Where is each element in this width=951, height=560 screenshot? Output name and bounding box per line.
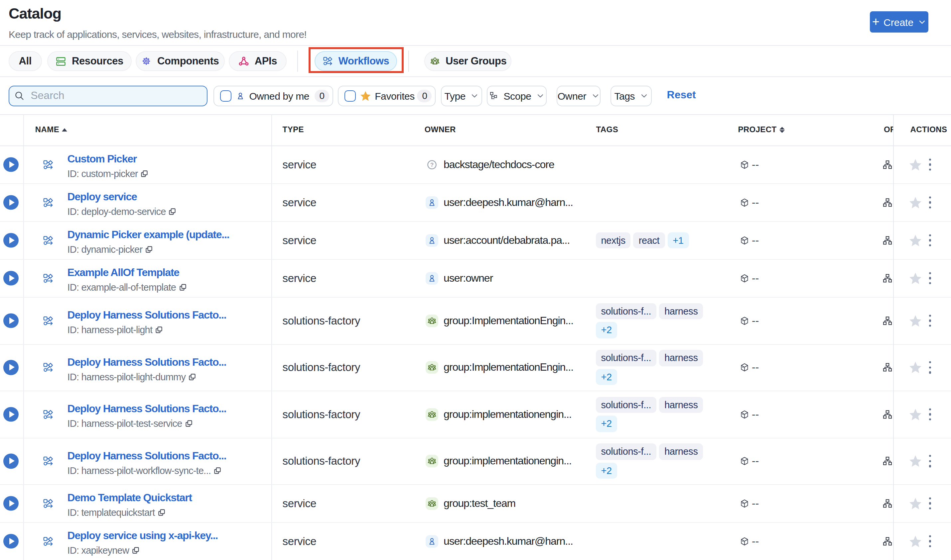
svg-text:?: ? (430, 162, 434, 168)
